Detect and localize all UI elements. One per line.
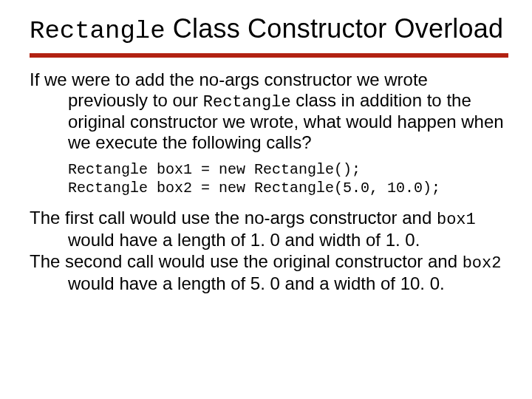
p3-text-a: The second call would use the original c… bbox=[30, 251, 463, 271]
p2-text-a: The first call would use the no-args con… bbox=[30, 208, 437, 228]
slide-title: Rectangle Class Constructor Overload bbox=[30, 13, 508, 46]
title-rest: Class Constructor Overload bbox=[166, 13, 504, 44]
p2-code-word: box1 bbox=[437, 211, 476, 229]
paragraph-2: The first call would use the no-args con… bbox=[30, 208, 508, 250]
slide-body: If we were to add the no-args constructo… bbox=[30, 69, 508, 294]
title-underline bbox=[30, 53, 508, 58]
paragraph-1: If we were to add the no-args constructo… bbox=[30, 69, 508, 153]
code-example: Rectangle box1 = new Rectangle(); Rectan… bbox=[68, 160, 508, 197]
p3-text-b: would have a length of 5. 0 and a width … bbox=[68, 273, 445, 293]
p2-text-b: would have a length of 1. 0 and width of… bbox=[68, 230, 420, 250]
p1-code-word: Rectangle bbox=[203, 93, 291, 112]
title-code-word: Rectangle bbox=[30, 17, 166, 45]
slide: Rectangle Class Constructor Overload If … bbox=[0, 0, 532, 399]
p3-code-word: box2 bbox=[463, 254, 502, 273]
paragraph-3: The second call would use the original c… bbox=[30, 251, 508, 293]
